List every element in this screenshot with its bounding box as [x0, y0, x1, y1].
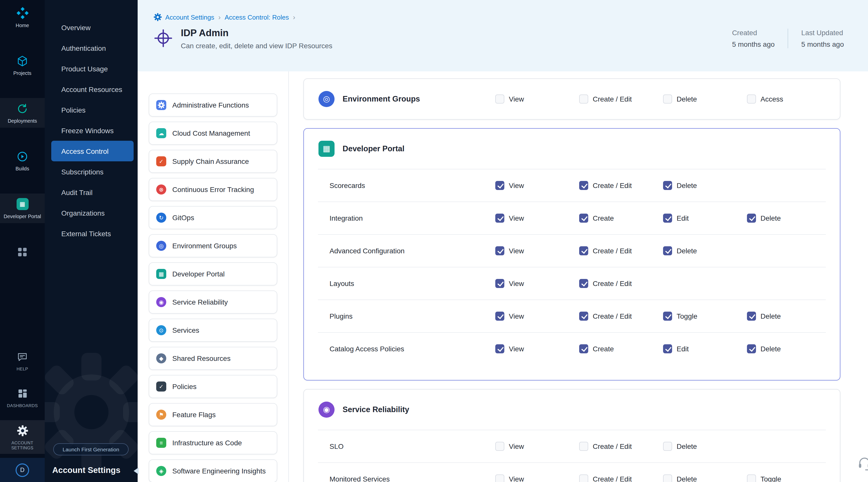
- checkbox-view[interactable]: [495, 279, 504, 288]
- card-title: Developer Portal: [343, 144, 404, 153]
- sidebar-item-policies[interactable]: Policies: [45, 99, 137, 120]
- sidebar-collapse-icon[interactable]: [134, 468, 138, 475]
- checkbox-create-edit[interactable]: [579, 181, 588, 190]
- resource-item-service-reliability[interactable]: ◉ Service Reliability: [149, 291, 277, 313]
- developer-portal-icon: ▦: [156, 269, 166, 279]
- resource-item-policies[interactable]: ✓ Policies: [149, 375, 277, 398]
- rail-item-modules[interactable]: [0, 241, 45, 262]
- checkbox-view[interactable]: [495, 213, 504, 222]
- supply-chain-assurance-icon: ✓: [156, 156, 166, 167]
- resource-item-label: Policies: [172, 383, 197, 391]
- checkbox-delete[interactable]: [747, 213, 756, 222]
- checkbox-view[interactable]: [495, 246, 504, 255]
- checkbox-create-edit[interactable]: [579, 246, 588, 255]
- rail-item-account-settings[interactable]: ACCOUNT SETTINGS: [0, 420, 45, 454]
- card-header: ▦ Developer Portal: [304, 129, 840, 169]
- services-icon: ⊙: [156, 325, 166, 335]
- launch-first-generation-button[interactable]: Launch First Generation: [53, 443, 129, 455]
- resource-item-continuous-error-tracking[interactable]: ⊗ Continuous Error Tracking: [149, 178, 277, 201]
- resource-item-developer-portal[interactable]: ▦ Developer Portal: [149, 262, 277, 285]
- checkbox-delete[interactable]: [663, 181, 672, 190]
- breadcrumb-account-settings[interactable]: Account Settings: [165, 13, 214, 21]
- perm-label: View: [509, 475, 524, 482]
- rail-item-dashboards[interactable]: DASHBOARDS: [0, 383, 45, 412]
- checkbox-create-edit[interactable]: [579, 94, 588, 103]
- resource-item-supply-chain-assurance[interactable]: ✓ Supply Chain Assurance: [149, 150, 277, 173]
- checkbox-edit[interactable]: [663, 213, 672, 222]
- sidebar-item-external-tickets[interactable]: External Tickets: [45, 223, 137, 244]
- permission-slots: View Create / Edit Delete: [495, 430, 747, 462]
- permission-row-integration: Integration View Create Edit Delete: [304, 202, 840, 234]
- rail-item-home[interactable]: Home: [0, 2, 45, 32]
- permission-row-catalog-access-policies: Catalog Access Policies View Create Edit…: [304, 332, 840, 365]
- checkbox-view[interactable]: [495, 311, 504, 321]
- checkbox-create[interactable]: [579, 213, 588, 222]
- checkbox-view[interactable]: [495, 474, 504, 482]
- rail-top-items: Home Projects Deployments Builds ▦Develo…: [0, 0, 45, 262]
- support-headset-icon[interactable]: [858, 456, 868, 471]
- resource-item-feature-flags[interactable]: ⚑ Feature Flags: [149, 403, 277, 426]
- permission-card-service-reliability: ◉ Service Reliability SLO View Create / …: [303, 389, 840, 482]
- checkbox-toggle[interactable]: [663, 311, 672, 321]
- breadcrumb-access-control-roles[interactable]: Access Control: Roles: [224, 13, 289, 21]
- checkbox-toggle[interactable]: [747, 474, 756, 482]
- perm-toggle: Toggle: [663, 311, 747, 321]
- checkbox-create[interactable]: [579, 344, 588, 353]
- sidebar-item-overview[interactable]: Overview: [45, 17, 137, 38]
- resource-item-cloud-cost-management[interactable]: ☁ Cloud Cost Management: [149, 122, 277, 145]
- checkbox-create-edit[interactable]: [579, 442, 588, 451]
- rail-item-developer-portal[interactable]: ▦Developer Portal: [0, 193, 45, 223]
- sidebar-item-audit-trail[interactable]: Audit Trail: [45, 182, 137, 203]
- sidebar-item-authentication[interactable]: Authentication: [45, 38, 137, 58]
- chevron-right-icon: ›: [293, 13, 295, 21]
- sidebar-item-access-control[interactable]: Access Control: [51, 141, 134, 161]
- sidebar-item-account-resources[interactable]: Account Resources: [45, 79, 137, 99]
- resource-item-infrastructure-as-code[interactable]: ≡ Infrastructure as Code: [149, 431, 277, 454]
- checkbox-view[interactable]: [495, 181, 504, 190]
- rail-item-builds[interactable]: Builds: [0, 146, 45, 175]
- rail-item-help[interactable]: HELP: [0, 347, 45, 375]
- card-header: ◉ Service Reliability: [304, 390, 840, 430]
- developer-portal-icon: ▦: [318, 141, 335, 157]
- sidebar-item-freeze-windows[interactable]: Freeze Windows: [45, 120, 137, 141]
- checkbox-view[interactable]: [495, 94, 504, 103]
- resource-item-gitops[interactable]: ↻ GitOps: [149, 206, 277, 229]
- checkbox-delete[interactable]: [663, 474, 672, 482]
- developer-portal-icon: ▦: [16, 198, 28, 211]
- resource-item-label: Shared Resources: [172, 354, 230, 362]
- perm-edit: Edit: [663, 344, 747, 353]
- rail-item-projects[interactable]: Projects: [0, 50, 45, 80]
- resource-item-shared-resources[interactable]: ◆ Shared Resources: [149, 347, 277, 370]
- checkbox-delete[interactable]: [663, 246, 672, 255]
- rail-item-deployments[interactable]: Deployments: [0, 98, 45, 128]
- permission-cards-area: ◎ Environment Groups View Create / Edit …: [289, 71, 868, 482]
- perm-label: View: [509, 279, 524, 287]
- perm-label: Delete: [677, 246, 697, 254]
- checkbox-create-edit[interactable]: [579, 474, 588, 482]
- sidebar-item-product-usage[interactable]: Product Usage: [45, 58, 137, 79]
- user-avatar[interactable]: D: [16, 463, 29, 477]
- resource-item-administrative-functions[interactable]: Administrative Functions: [149, 93, 277, 117]
- resource-item-environment-groups[interactable]: ◎ Environment Groups: [149, 234, 277, 257]
- checkbox-access[interactable]: [747, 94, 756, 103]
- checkbox-create-edit[interactable]: [579, 279, 588, 288]
- checkbox-delete[interactable]: [663, 442, 672, 451]
- perm-label: Delete: [761, 344, 781, 353]
- checkbox-edit[interactable]: [663, 344, 672, 353]
- perm-label: Create / Edit: [593, 442, 632, 450]
- checkbox-delete[interactable]: [663, 94, 672, 103]
- sidebar-item-organizations[interactable]: Organizations: [45, 203, 137, 223]
- permission-slots: View Create Edit Delete: [495, 332, 831, 365]
- resource-item-services[interactable]: ⊙ Services: [149, 319, 277, 342]
- permission-row-name: Scorecards: [330, 181, 495, 189]
- checkbox-create-edit[interactable]: [579, 311, 588, 321]
- checkbox-view[interactable]: [495, 344, 504, 353]
- resource-item-software-engineering-insights[interactable]: ◈ Software Engineering Insights: [149, 459, 277, 482]
- checkbox-view[interactable]: [495, 442, 504, 451]
- main-panel: Account Settings › Access Control: Roles…: [137, 0, 868, 482]
- sidebar-item-subscriptions[interactable]: Subscriptions: [45, 161, 137, 182]
- checkbox-delete[interactable]: [747, 311, 756, 321]
- checkbox-delete[interactable]: [747, 344, 756, 353]
- environment-groups-icon: ◎: [318, 91, 335, 107]
- perm-delete: Delete: [747, 213, 831, 222]
